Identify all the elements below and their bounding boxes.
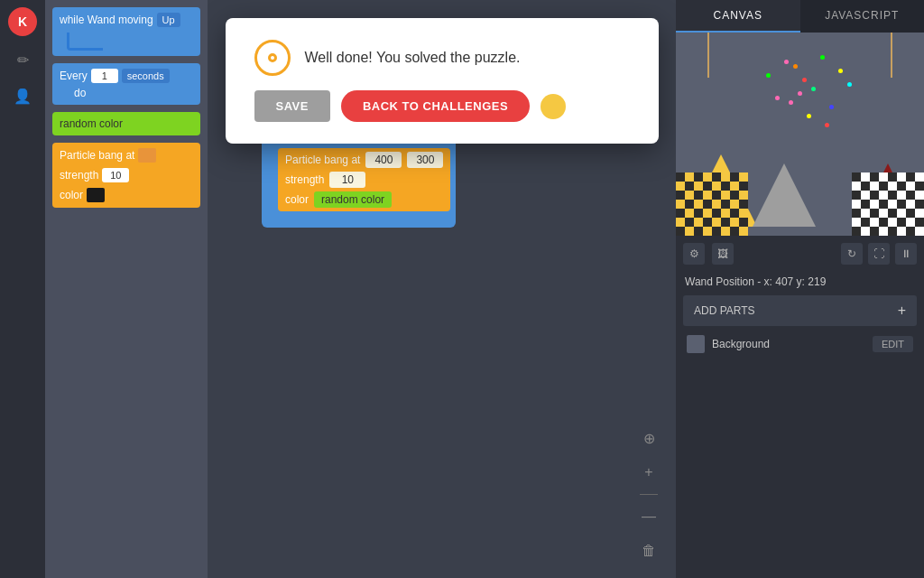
scatter-dots — [748, 51, 852, 200]
save-button[interactable]: SAVE — [254, 90, 330, 122]
dialog-actions: SAVE BACK TO CHALLENGES — [254, 90, 630, 122]
fullscreen-icon[interactable]: ⛶ — [868, 243, 890, 265]
right-panel: CANVAS JAVASCRIPT — [676, 0, 924, 578]
canvas-preview — [676, 33, 924, 236]
chessboard-right — [852, 172, 924, 236]
color-swatch[interactable] — [87, 188, 105, 202]
canvas-controls: ⚙ 🖼 ↻ ⛶ ⏸ — [676, 236, 924, 272]
blocks-panel: while Wand moving Up Every 1 seconds do … — [45, 0, 208, 578]
main-canvas-area: Well done! You solved the puzzle. SAVE B… — [208, 0, 676, 578]
settings-icon[interactable]: ⚙ — [683, 243, 705, 265]
add-parts-plus-icon: + — [898, 303, 906, 319]
dialog-message: Well done! You solved the puzzle. — [305, 50, 521, 66]
unit-dropdown[interactable]: seconds — [122, 69, 170, 83]
wand-position: Wand Position - x: 407 y: 219 — [676, 272, 924, 292]
while-block[interactable]: while Wand moving Up — [52, 7, 200, 56]
chessboard-left — [676, 172, 748, 236]
right-tabs: CANVAS JAVASCRIPT — [676, 0, 924, 33]
strength-input[interactable]: 10 — [102, 168, 129, 182]
tab-javascript[interactable]: JAVASCRIPT — [800, 0, 925, 33]
edit-button[interactable]: EDIT — [873, 336, 913, 352]
pencil-icon[interactable]: ✏ — [10, 47, 35, 72]
back-to-challenges-button[interactable]: BACK TO CHALLENGES — [341, 90, 530, 122]
every-value-input[interactable]: 1 — [91, 69, 118, 83]
random-color-block[interactable]: random color — [52, 112, 200, 135]
screenshot-icon[interactable]: 🖼 — [712, 243, 734, 265]
dialog-header: Well done! You solved the puzzle. — [254, 40, 630, 76]
dialog-overlay: Well done! You solved the puzzle. SAVE B… — [208, 0, 676, 578]
success-icon — [254, 40, 291, 76]
pause-icon[interactable]: ⏸ — [895, 243, 917, 265]
background-thumbnail — [687, 335, 705, 353]
direction-dropdown[interactable]: Up — [157, 13, 180, 27]
coin-icon — [541, 94, 566, 119]
particle-block[interactable]: Particle bang at strength 10 color — [52, 143, 200, 208]
add-parts-button[interactable]: ADD PARTS + — [683, 295, 917, 326]
app-logo[interactable]: K — [8, 7, 37, 36]
sidebar: K ✏ 👤 — [0, 0, 45, 578]
background-part-row: Background EDIT — [676, 330, 924, 359]
success-dialog: Well done! You solved the puzzle. SAVE B… — [226, 18, 659, 144]
every-block[interactable]: Every 1 seconds do — [52, 63, 200, 105]
person-icon[interactable]: 👤 — [10, 83, 35, 108]
tab-canvas[interactable]: CANVAS — [676, 0, 800, 33]
refresh-icon[interactable]: ↻ — [841, 243, 863, 265]
